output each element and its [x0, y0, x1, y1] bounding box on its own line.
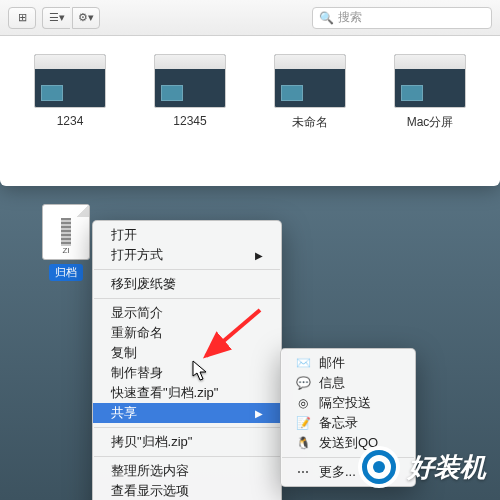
file-label: Mac分屏 — [407, 114, 454, 131]
file-label: 未命名 — [292, 114, 328, 131]
menu-trash[interactable]: 移到废纸篓 — [93, 274, 281, 294]
file-label: 12345 — [173, 114, 206, 128]
finder-toolbar: ⊞ ☰▾ ⚙▾ 🔍 搜索 — [0, 0, 500, 36]
menu-separator — [94, 298, 280, 299]
video-thumbnail — [34, 54, 106, 108]
airdrop-icon: ◎ — [295, 395, 311, 411]
search-placeholder: 搜索 — [338, 9, 362, 26]
watermark: 好装机 — [358, 446, 486, 488]
file-item[interactable]: 1234 — [34, 54, 106, 131]
menu-view-options[interactable]: 查看显示选项 — [93, 481, 281, 500]
file-item[interactable]: Mac分屏 — [394, 54, 466, 131]
video-thumbnail — [394, 54, 466, 108]
menu-clean-up[interactable]: 整理所选内容 — [93, 461, 281, 481]
view-icon-button[interactable]: ⊞ — [8, 7, 36, 29]
submenu-notes[interactable]: 📝备忘录 — [281, 413, 415, 433]
messages-icon: 💬 — [295, 375, 311, 391]
search-input[interactable]: 🔍 搜索 — [312, 7, 492, 29]
context-menu: 打开 打开方式▶ 移到废纸篓 显示简介 重新命名 复制 制作替身 快速查看"归档… — [92, 220, 282, 500]
chevron-right-icon: ▶ — [255, 250, 263, 261]
watermark-logo-icon — [358, 446, 400, 488]
mail-icon: ✉️ — [295, 355, 311, 371]
selected-zip-file[interactable]: ZI 归档 — [42, 204, 90, 281]
menu-get-info[interactable]: 显示简介 — [93, 303, 281, 323]
video-thumbnail — [274, 54, 346, 108]
file-label: 1234 — [57, 114, 84, 128]
menu-copy[interactable]: 复制 — [93, 343, 281, 363]
file-grid: 1234 12345 未命名 Mac分屏 — [0, 36, 500, 141]
submenu-messages[interactable]: 💬信息 — [281, 373, 415, 393]
notes-icon: 📝 — [295, 415, 311, 431]
action-button[interactable]: ⚙▾ — [72, 7, 100, 29]
menu-rename[interactable]: 重新命名 — [93, 323, 281, 343]
view-mode-group: ⊞ — [8, 7, 36, 29]
selected-file-label: 归档 — [49, 264, 83, 281]
zip-file-icon: ZI — [42, 204, 90, 260]
search-icon: 🔍 — [319, 11, 334, 25]
menu-separator — [94, 427, 280, 428]
menu-open[interactable]: 打开 — [93, 225, 281, 245]
chevron-right-icon: ▶ — [255, 408, 263, 419]
finder-window: ⊞ ☰▾ ⚙▾ 🔍 搜索 1234 12345 未命名 Mac分屏 — [0, 0, 500, 186]
menu-alias[interactable]: 制作替身 — [93, 363, 281, 383]
cursor-pointer-icon — [192, 360, 210, 386]
menu-copy-item[interactable]: 拷贝"归档.zip" — [93, 432, 281, 452]
menu-open-with[interactable]: 打开方式▶ — [93, 245, 281, 265]
menu-share[interactable]: 共享▶ — [93, 403, 281, 423]
menu-separator — [94, 269, 280, 270]
file-item[interactable]: 12345 — [154, 54, 226, 131]
qq-icon: 🐧 — [295, 435, 311, 451]
arrange-group: ☰▾ ⚙▾ — [42, 7, 100, 29]
menu-quick-look[interactable]: 快速查看"归档.zip" — [93, 383, 281, 403]
menu-separator — [94, 456, 280, 457]
submenu-airdrop[interactable]: ◎隔空投送 — [281, 393, 415, 413]
watermark-text: 好装机 — [408, 450, 486, 485]
more-icon: ⋯ — [295, 464, 311, 480]
video-thumbnail — [154, 54, 226, 108]
submenu-mail[interactable]: ✉️邮件 — [281, 353, 415, 373]
file-item[interactable]: 未命名 — [274, 54, 346, 131]
arrange-button[interactable]: ☰▾ — [42, 7, 70, 29]
